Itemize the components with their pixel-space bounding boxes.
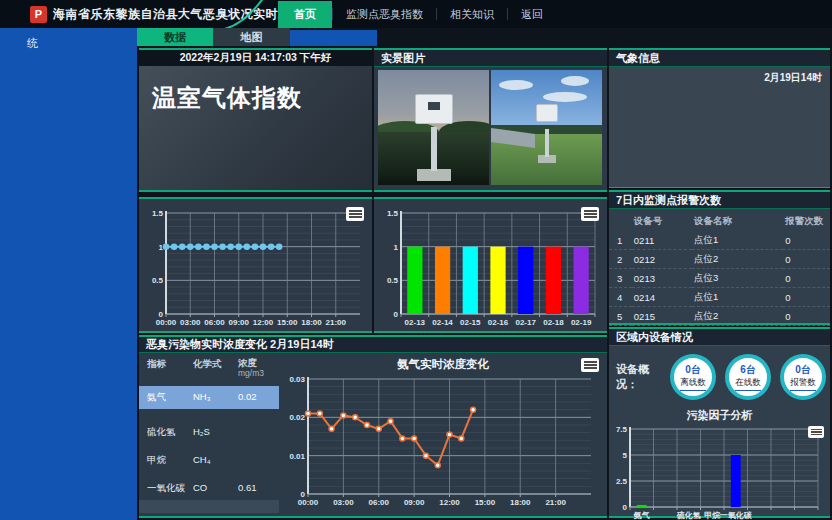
svg-text:1.5: 1.5 xyxy=(152,209,164,218)
svg-text:02-16: 02-16 xyxy=(488,318,509,327)
panel-greenhouse-index: 2022年2月19日 14:17:03 下午好 温室气体指数 xyxy=(139,48,372,192)
svg-text:09:00: 09:00 xyxy=(229,318,250,327)
chart-menu-icon[interactable] xyxy=(808,426,824,438)
table-row: 4 0214 点位1 0 xyxy=(609,288,830,307)
tab-map[interactable]: 地图 xyxy=(213,28,290,46)
svg-text:氨气: 氨气 xyxy=(633,511,650,520)
pollutant-row-ammonia[interactable]: 氨气 NH₃ 0.02 xyxy=(139,386,279,409)
ammonia-chart-area: 氨气实时浓度变化 00.010.020.0300:0003:0006:0009:… xyxy=(279,353,607,513)
site-photo-1 xyxy=(378,70,489,185)
svg-text:18:00: 18:00 xyxy=(301,318,322,327)
svg-text:15:00: 15:00 xyxy=(475,498,496,507)
nav-item-home[interactable]: 首页 xyxy=(278,1,332,28)
svg-text:硫化氢: 硫化氢 xyxy=(676,511,701,520)
svg-text:09:00: 09:00 xyxy=(404,498,425,507)
panel-greenhouse-line-chart: 00.511.500:0003:0006:0009:0012:0015:0018… xyxy=(139,197,372,333)
pollutant-table-header: 指标 化学式 浓度 mg/m3 xyxy=(139,353,279,381)
svg-text:一氧化碳: 一氧化碳 xyxy=(720,511,753,520)
svg-text:0.5: 0.5 xyxy=(387,276,399,285)
datetime-bar: 2022年2月19日 14:17:03 下午好 xyxy=(139,50,372,66)
panel-daily-bar-chart: 00.511.502-1302-1402-1502-1602-1702-1802… xyxy=(374,197,607,333)
ammonia-chart-title: 氨气实时浓度变化 xyxy=(279,353,607,372)
svg-text:02-15: 02-15 xyxy=(460,318,481,327)
svg-text:02-19: 02-19 xyxy=(571,318,592,327)
teal-curve-decoration xyxy=(218,0,278,28)
svg-text:0.5: 0.5 xyxy=(152,276,164,285)
svg-text:5: 5 xyxy=(623,451,628,460)
photos-panel-title: 实景图片 xyxy=(374,50,607,67)
svg-text:0.02: 0.02 xyxy=(289,413,305,422)
alarm-table-header: 设备号 设备名称 报警次数 xyxy=(609,212,830,231)
weather-body: 2月19日14时 xyxy=(609,67,830,187)
table-row: 5 0215 点位2 0 xyxy=(609,307,830,326)
nav-item-odor-index[interactable]: 监测点恶臭指数 xyxy=(333,2,436,27)
panel-odor-pollutants: 恶臭污染物实时浓度变化 2月19日14时 指标 化学式 浓度 mg/m3 氨气 … xyxy=(139,335,607,518)
svg-text:21:00: 21:00 xyxy=(545,498,566,507)
svg-text:02-14: 02-14 xyxy=(432,318,453,327)
svg-text:0.03: 0.03 xyxy=(289,375,305,384)
monitoring-station xyxy=(378,70,489,185)
top-bar: P 海南省乐东黎族自治县大气恶臭状况实时发布系 首页 监测点恶臭指数 相关知识 … xyxy=(0,0,832,28)
pollutant-row-h2s[interactable]: 硫化氢 H₂S xyxy=(139,421,279,444)
svg-text:12:00: 12:00 xyxy=(253,318,274,327)
table-row: 2 0212 点位2 0 xyxy=(609,250,830,269)
site-photo-2 xyxy=(491,70,602,185)
pollutant-row-co[interactable]: 一氧化碳 CO 0.61 xyxy=(139,477,279,500)
devices-panel-title: 区域内设备情况 xyxy=(609,329,830,346)
panel-site-photos: 实景图片 xyxy=(374,48,607,192)
svg-text:06:00: 06:00 xyxy=(204,318,225,327)
tabbar-blue-strip xyxy=(290,30,377,46)
app-logo-icon: P xyxy=(30,6,47,23)
nav-item-back[interactable]: 返回 xyxy=(508,2,556,27)
alarms-panel-title: 7日内监测点报警次数 xyxy=(609,192,830,209)
svg-text:0: 0 xyxy=(623,503,628,512)
panel-area-devices: 区域内设备情况 设备概况： 0台 离线数 6台 在线数 0台 报警数 污染因子分… xyxy=(609,327,830,518)
svg-text:7.5: 7.5 xyxy=(616,425,628,434)
table-row: 3 0213 点位3 0 xyxy=(609,269,830,288)
svg-text:2.5: 2.5 xyxy=(616,477,628,486)
dashboard: P 海南省乐东黎族自治县大气恶臭状况实时发布系 首页 监测点恶臭指数 相关知识 … xyxy=(0,0,832,520)
sidebar: 统 xyxy=(0,28,137,520)
photo-gallery xyxy=(374,67,607,188)
svg-text:02-18: 02-18 xyxy=(543,318,564,327)
tab-data[interactable]: 数据 xyxy=(137,28,213,46)
device-stats-row: 设备概况： 0台 离线数 6台 在线数 0台 报警数 xyxy=(609,346,830,404)
factor-analysis-title: 污染因子分析 xyxy=(609,404,830,424)
weather-timestamp: 2月19日14时 xyxy=(764,71,822,85)
greenhouse-title: 温室气体指数 xyxy=(139,66,372,114)
panel-alarm-counts: 7日内监测点报警次数 设备号 设备名称 报警次数 1 0211 点位1 0 xyxy=(609,190,830,325)
chart-menu-icon[interactable] xyxy=(346,207,364,221)
alarm-table: 设备号 设备名称 报警次数 1 0211 点位1 0 2 0212 点位2 0 xyxy=(609,212,830,345)
stat-offline-count: 0台 离线数 xyxy=(670,354,716,400)
pollutant-table: 指标 化学式 浓度 mg/m3 氨气 NH₃ 0.02 硫化氢 H₂S xyxy=(139,353,279,513)
chart-menu-icon[interactable] xyxy=(581,207,599,221)
svg-text:18:00: 18:00 xyxy=(510,498,531,507)
svg-text:03:00: 03:00 xyxy=(180,318,201,327)
svg-text:02-17: 02-17 xyxy=(515,318,536,327)
pollutant-row-ch4[interactable]: 甲烷 CH₄ xyxy=(139,449,279,472)
weather-panel-title: 气象信息 xyxy=(609,50,830,67)
svg-text:00:00: 00:00 xyxy=(156,318,177,327)
greenhouse-daily-chart: 00.511.502-1302-1402-1502-1602-1702-1802… xyxy=(377,203,604,329)
stat-alarm-count: 0台 报警数 xyxy=(780,354,826,400)
concentration-unit: mg/m3 xyxy=(238,368,264,378)
pollution-factor-chart: 02.557.5氨气硫化氢甲烷一氧化碳 xyxy=(612,424,825,520)
device-overview-label: 设备概况： xyxy=(616,362,670,392)
panel-weather-info: 气象信息 2月19日14时 xyxy=(609,48,830,188)
table-row: 1 0211 点位1 0 xyxy=(609,231,830,250)
svg-text:02-13: 02-13 xyxy=(405,318,426,327)
svg-text:12:00: 12:00 xyxy=(439,498,460,507)
svg-text:00:00: 00:00 xyxy=(298,498,319,507)
nav-item-knowledge[interactable]: 相关知识 xyxy=(437,2,507,27)
chart-menu-icon[interactable] xyxy=(581,358,599,372)
sidebar-label: 统 xyxy=(0,28,137,51)
svg-text:1.5: 1.5 xyxy=(387,209,399,218)
main-nav: 首页 监测点恶臭指数 相关知识 返回 xyxy=(278,0,556,28)
greenhouse-hourly-chart: 00.511.500:0003:0006:0009:0012:0015:0018… xyxy=(142,203,369,329)
svg-text:03:00: 03:00 xyxy=(333,498,354,507)
svg-text:15:00: 15:00 xyxy=(277,318,298,327)
svg-text:甲烷: 甲烷 xyxy=(704,511,721,520)
svg-text:0.01: 0.01 xyxy=(289,452,305,461)
svg-text:06:00: 06:00 xyxy=(369,498,390,507)
svg-text:1: 1 xyxy=(394,243,399,252)
